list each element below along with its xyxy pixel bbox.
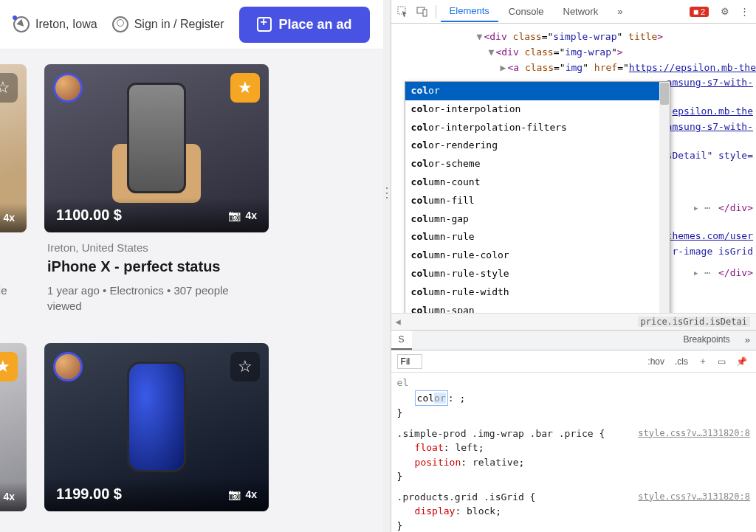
product-card[interactable]: ★ 1100.00 $ 4x Ireton, United States iPh… bbox=[44, 64, 269, 322]
product-card[interactable]: ☆ 1199.00 $ 4x bbox=[44, 343, 269, 511]
source-link[interactable]: style.css?v…3131820:8 bbox=[638, 490, 750, 503]
autocomplete-item[interactable]: column-gap bbox=[405, 210, 670, 229]
phone-illustration bbox=[127, 362, 186, 472]
camera-icon bbox=[228, 488, 241, 500]
filter-input[interactable] bbox=[397, 354, 422, 369]
seller-avatar[interactable] bbox=[53, 352, 83, 381]
product-image[interactable]: ★ 1100.00 $ 4x bbox=[44, 64, 269, 232]
photo-count: 4x bbox=[0, 212, 15, 224]
card-meta: Ireton, United States iPhone X - perfect… bbox=[44, 232, 269, 322]
product-image[interactable]: ★ 4x bbox=[0, 343, 27, 511]
new-rule-icon[interactable]: ＋ bbox=[695, 353, 710, 369]
place-ad-button[interactable]: Place an ad bbox=[239, 7, 370, 43]
svg-rect-2 bbox=[423, 10, 427, 16]
rule-close: } bbox=[397, 469, 750, 484]
autocomplete-item[interactable]: color-interpolation-filters bbox=[405, 119, 670, 137]
dom-node[interactable]: ▼<div class="img-wrap"> bbox=[397, 45, 756, 61]
phone-illustration bbox=[127, 83, 186, 193]
autocomplete-item[interactable]: column-rule-color bbox=[405, 246, 670, 265]
kebab-icon[interactable]: ⋮ bbox=[735, 3, 753, 21]
meta-line: ctronics • 262 people bbox=[0, 283, 24, 298]
elements-panel[interactable]: ▼<div class="simple-wrap" title> ▼<div c… bbox=[391, 24, 756, 313]
camera-icon bbox=[228, 210, 241, 221]
cls-button[interactable]: .cls bbox=[672, 355, 691, 368]
favorite-button[interactable]: ☆ bbox=[0, 73, 18, 103]
css-property-editing[interactable]: color: ; bbox=[397, 390, 750, 407]
dom-node[interactable]: ▼<div class="simple-wrap" title> bbox=[397, 30, 756, 45]
chevron-left-icon[interactable]: ◀ bbox=[396, 317, 401, 327]
scrollbar-thumb[interactable] bbox=[660, 83, 669, 105]
autocomplete-item[interactable]: column-rule-width bbox=[405, 283, 670, 302]
product-card[interactable]: ☆ 4x s with cover ctronics • 262 people bbox=[0, 64, 27, 322]
location-selector[interactable]: Ireton, Iowa bbox=[13, 16, 97, 32]
breadcrumb-bar[interactable]: ◀ price.isGrid.isDetai bbox=[391, 313, 756, 330]
plus-icon bbox=[257, 17, 272, 32]
devtools-pane: Elements Console Network » 2 ⚙ ⋮ ▼<div c… bbox=[391, 0, 756, 532]
settings-icon[interactable]: ⚙ bbox=[716, 3, 734, 21]
styles-panel[interactable]: el color: ; } style.css?v…3131820:8 .sim… bbox=[391, 373, 756, 532]
tab-styles[interactable]: S bbox=[391, 331, 412, 350]
source-link[interactable]: style.css?v…3131820:8 bbox=[638, 426, 750, 440]
autocomplete-item[interactable]: color-interpolation bbox=[405, 100, 670, 119]
meta-location: Ireton, United States bbox=[47, 241, 266, 254]
autocomplete-item[interactable]: column-count bbox=[405, 173, 670, 192]
star-icon: ☆ bbox=[238, 357, 252, 376]
card-title[interactable]: iPhone X - perfect status bbox=[47, 258, 266, 275]
autocomplete-item[interactable]: color-scheme bbox=[405, 155, 670, 173]
card-meta: s with cover ctronics • 262 people bbox=[0, 232, 27, 307]
css-property[interactable]: display: block; bbox=[397, 504, 750, 519]
hov-button[interactable]: :hov bbox=[645, 355, 667, 368]
signin-text: Sign in / Register bbox=[134, 18, 224, 31]
css-autocomplete-popup[interactable]: colorcolor-interpolationcolor-interpolat… bbox=[405, 81, 670, 313]
photo-count: 4x bbox=[228, 488, 257, 500]
pin-icon[interactable]: 📌 bbox=[733, 355, 750, 368]
device-icon[interactable]: ▭ bbox=[715, 355, 729, 368]
favorite-button[interactable]: ★ bbox=[0, 352, 18, 381]
tab-more[interactable]: » bbox=[608, 1, 631, 21]
inspect-icon[interactable] bbox=[394, 3, 412, 21]
element-style-label: el bbox=[397, 376, 750, 390]
rule-close: } bbox=[397, 519, 750, 533]
device-toggle-icon[interactable] bbox=[413, 3, 431, 21]
dom-node[interactable]: ▶<a class="img" href="https://epsilon.mb… bbox=[397, 61, 756, 76]
autocomplete-item[interactable]: column-span bbox=[405, 302, 670, 313]
css-property[interactable]: float: left; bbox=[397, 441, 750, 455]
rule-close: } bbox=[397, 406, 750, 421]
styles-tabbar: S Breakpoints » bbox=[391, 330, 756, 350]
favorite-button[interactable]: ☆ bbox=[230, 352, 260, 381]
breadcrumb-item[interactable]: price.isGrid.isDetai bbox=[638, 317, 751, 327]
css-rule[interactable]: style.css?v…3131820:8 .products.grid .is… bbox=[397, 490, 750, 533]
meta-line: 1 year ago • Electronics • 307 people vi… bbox=[47, 283, 266, 314]
css-rule[interactable]: style.css?v…3131820:8 .simple-prod .img-… bbox=[397, 426, 750, 484]
card-title[interactable]: with cover bbox=[0, 258, 24, 275]
autocomplete-item[interactable]: color bbox=[405, 82, 670, 100]
price-bar: 4x bbox=[0, 482, 27, 511]
property-input[interactable]: color bbox=[415, 390, 448, 407]
tab-console[interactable]: Console bbox=[500, 1, 553, 21]
autocomplete-item[interactable]: color-rendering bbox=[405, 137, 670, 155]
autocomplete-item[interactable]: column-rule bbox=[405, 228, 670, 246]
pane-splitter[interactable] bbox=[383, 0, 391, 532]
scrollbar[interactable] bbox=[659, 82, 670, 313]
photo-count: 4x bbox=[0, 491, 15, 502]
compass-icon bbox=[13, 16, 30, 32]
autocomplete-item[interactable]: column-fill bbox=[405, 192, 670, 210]
product-image[interactable]: ☆ 1199.00 $ 4x bbox=[44, 343, 269, 511]
product-image[interactable]: ☆ 4x bbox=[0, 64, 27, 232]
tab-breakpoints[interactable]: Breakpoints bbox=[676, 331, 737, 350]
autocomplete-item[interactable]: column-rule-style bbox=[405, 265, 670, 283]
tab-network[interactable]: Network bbox=[554, 1, 608, 21]
css-property[interactable]: position: relative; bbox=[397, 455, 750, 470]
star-icon: ☆ bbox=[0, 78, 10, 97]
place-ad-label: Place an ad bbox=[279, 17, 352, 32]
error-badge[interactable]: 2 bbox=[690, 7, 709, 17]
tab-more[interactable]: » bbox=[739, 331, 756, 350]
price: 1199.00 $ bbox=[56, 486, 122, 502]
signin-link[interactable]: Sign in / Register bbox=[112, 16, 224, 32]
tab-elements[interactable]: Elements bbox=[441, 1, 498, 22]
seller-avatar[interactable] bbox=[53, 73, 83, 103]
favorite-button[interactable]: ★ bbox=[230, 73, 260, 103]
website-content-pane: Ireton, Iowa Sign in / Register Place an… bbox=[0, 0, 383, 532]
product-card[interactable]: ★ 4x bbox=[0, 343, 27, 511]
element-style-rule[interactable]: el color: ; } bbox=[397, 376, 750, 421]
